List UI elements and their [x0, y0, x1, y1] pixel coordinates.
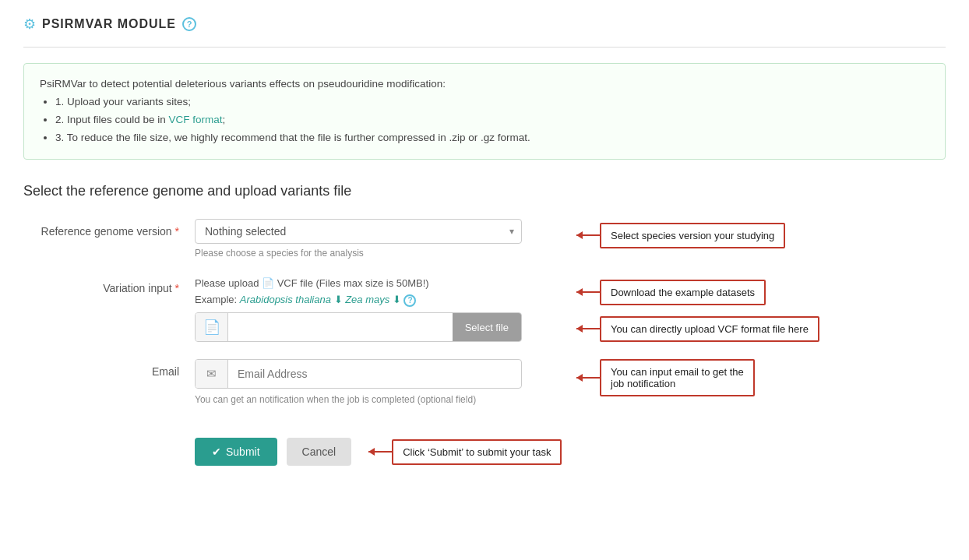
- email-label: Email: [39, 359, 195, 378]
- arabidopsis-link[interactable]: Arabidopsis thaliana: [240, 294, 331, 305]
- email-annotation: You can input email to get the job notif…: [600, 359, 755, 396]
- cancel-button[interactable]: Cancel: [287, 438, 352, 466]
- email-input[interactable]: [228, 362, 521, 386]
- variation-label: Variation input *: [39, 276, 195, 294]
- select-file-button[interactable]: Select file: [453, 313, 521, 341]
- email-wrapper: ✉: [195, 359, 522, 389]
- reference-hint: Please choose a species for the analysis: [195, 248, 522, 259]
- email-content: ✉ You can get an notification when the j…: [195, 359, 522, 407]
- header-divider: [23, 47, 946, 48]
- species-annotation: Select species version your studying: [600, 223, 785, 248]
- email-hint: You can get an notification when the job…: [195, 393, 522, 407]
- required-star-2: *: [175, 282, 179, 294]
- reference-genome-select[interactable]: Nothing selected: [195, 219, 522, 244]
- reference-content: Nothing selected ▾ Please choose a speci…: [195, 219, 522, 259]
- download-icon-1[interactable]: ⬇: [334, 294, 343, 305]
- page-header: ⚙ PSIRMVAR MODULE ?: [23, 16, 946, 33]
- gear-icon: ⚙: [23, 16, 36, 33]
- checkmark-icon: ✔: [212, 446, 221, 458]
- info-item-2: 2. Input files could be in VCF format;: [55, 111, 929, 129]
- help-circle-icon[interactable]: ?: [403, 294, 416, 307]
- reference-label: Reference genome version *: [39, 219, 195, 238]
- info-item-1: 1. Upload your variants sites;: [55, 93, 929, 111]
- download-annotation: Download the example datasets: [600, 280, 766, 305]
- file-input-wrapper: 📄 Select file: [195, 312, 522, 342]
- envelope-icon: ✉: [196, 360, 228, 388]
- submit-annotation: Click ‘Submit’ to submit your task: [392, 439, 562, 465]
- reference-dropdown-wrapper: Nothing selected ▾: [195, 219, 522, 244]
- upload-info: Please upload 📄 VCF file (Files max size…: [195, 276, 522, 308]
- help-icon[interactable]: ?: [182, 17, 196, 31]
- variation-content: Please upload 📄 VCF file (Files max size…: [195, 276, 522, 343]
- download-icon-2[interactable]: ⬇: [393, 294, 401, 305]
- file-icon-box: 📄: [196, 313, 228, 341]
- vcf-format-link[interactable]: VCF format: [169, 114, 223, 125]
- file-name-area: [228, 322, 453, 333]
- section-title: Select the reference genome and upload v…: [23, 183, 946, 199]
- submit-button[interactable]: ✔ Submit: [195, 438, 277, 466]
- info-box: PsiRMVar to detect potential deleterious…: [23, 63, 946, 160]
- file-icon: 📄: [262, 277, 277, 289]
- submit-area: ✔ Submit Cancel Click ‘Submit’ to submit…: [23, 438, 946, 466]
- upload-annotation: You can directly upload VCF format file …: [600, 316, 819, 342]
- reference-genome-row: Reference genome version * Nothing selec…: [39, 219, 946, 259]
- variation-input-row: Variation input * Please upload 📄 VCF fi…: [39, 276, 946, 343]
- info-intro: PsiRMVar to detect potential deleterious…: [40, 76, 929, 93]
- info-item-3: 3. To reduce the file size, we highly re…: [55, 129, 929, 147]
- email-row: Email ✉ You can get an notification when…: [39, 359, 946, 407]
- page-title: PSIRMVAR MODULE: [42, 17, 176, 31]
- required-star: *: [175, 225, 179, 238]
- zea-mays-link[interactable]: Zea mays: [345, 294, 389, 305]
- form-area: Reference genome version * Nothing selec…: [23, 219, 946, 407]
